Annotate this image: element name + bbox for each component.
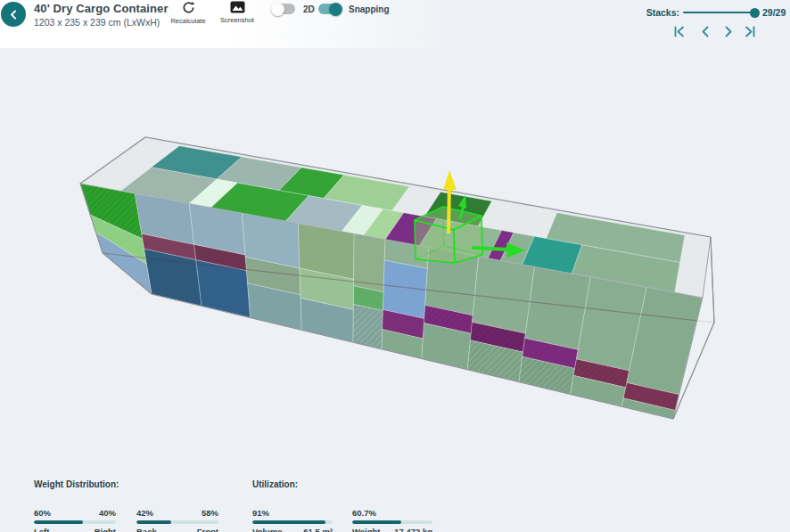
volume-percent: 91% [252,508,269,518]
utilization-heading: Utilization: [252,479,298,489]
container-render [80,137,714,419]
stats-panel: Weight Distribution: Utilization: 60% 40… [0,473,790,532]
weight-bar-fill [136,520,171,524]
volume-value: 61.5 m³ [303,527,333,532]
weight-util-bar-fill [352,520,401,524]
page-title: 40' Dry Cargo Container [34,2,169,15]
toolbar: 40' Dry Cargo Container 1203 x 235 x 239… [0,0,790,53]
toggle-snapping-knob [329,3,342,16]
recalculate-label: Recalculate [170,17,205,25]
weight-util-bar-track [352,520,432,524]
first-stack-button[interactable] [671,26,687,39]
weight-bar-back-front: 42% 58% Back Front [136,508,218,532]
toggle-2d-knob [271,3,284,16]
cargo-3d-viewport[interactable] [0,0,790,532]
weight-value: 17,472 kg [394,527,432,532]
skip-to-last-icon [744,26,756,37]
toggle-snapping[interactable] [318,4,341,14]
recalculate-button[interactable]: Recalculate [163,1,213,25]
volume-label: Volume [252,527,283,532]
toggle-2d-group: 2D [273,4,315,14]
next-stack-button[interactable] [720,26,737,39]
back-percent: 42% [136,508,153,518]
app-window: 40' Dry Cargo Container 1203 x 235 x 239… [0,0,790,532]
stacks-value: 29/29 [762,7,786,18]
weight-label: Weight [352,527,381,532]
chevron-left-nav-icon [700,26,711,37]
left-label: Left [34,527,49,532]
weight-bar-track [34,520,116,524]
volume-utilization-bar: 91% Volume 61.5 m³ [252,508,333,532]
stacks-label: Stacks: [644,7,679,18]
front-percent: 58% [202,508,218,518]
weight-utilization-bar: 60.7% Weight 17,472 kg [352,508,432,532]
weight-bar-fill [34,520,83,524]
weight-bar-left-right: 60% 40% Left Right [34,508,116,532]
volume-bar-fill [252,520,325,524]
right-label: Right [95,527,116,532]
chevron-right-nav-icon [723,26,734,37]
container-dimensions: 1203 x 235 x 239 cm (LxWxH) [34,17,169,28]
skip-to-first-icon [673,26,686,37]
screenshot-label: Screenshot [220,16,254,24]
back-button[interactable] [1,2,26,27]
refresh-icon [182,1,195,14]
chevron-left-icon [9,10,19,20]
screenshot-button[interactable]: Screenshot [212,1,262,24]
previous-stack-button[interactable] [697,26,713,39]
weight-distribution-heading: Weight Distribution: [34,479,119,489]
left-percent: 60% [34,508,51,518]
front-label: Front [197,527,218,532]
weight-percent: 60.7% [352,508,376,518]
title-block: 40' Dry Cargo Container 1203 x 235 x 239… [34,2,169,28]
toggle-snapping-group: Snapping [318,4,390,14]
last-stack-button[interactable] [742,26,758,39]
stacks-slider-track [683,12,754,13]
toggle-2d[interactable] [273,4,295,14]
back-label: Back [136,527,157,532]
volume-bar-track [252,520,333,524]
stacks-slider[interactable] [683,6,754,19]
stacks-slider-knob[interactable] [750,8,760,18]
screenshot-icon [230,1,245,13]
toggle-2d-label: 2D [303,4,315,14]
weight-bar-track [136,520,218,524]
toggle-snapping-label: Snapping [349,4,390,14]
right-percent: 40% [99,508,116,518]
